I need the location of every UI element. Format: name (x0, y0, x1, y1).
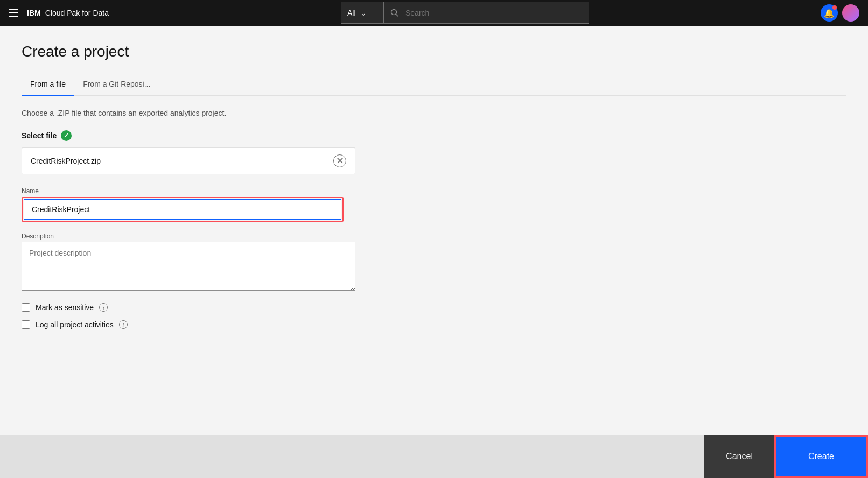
chevron-down-icon: ⌄ (360, 9, 367, 17)
search-wrapper: All ⌄ (341, 2, 589, 24)
page-title: Create a project (22, 43, 846, 60)
mark-sensitive-info-icon[interactable]: i (99, 303, 108, 312)
brand-ibm: IBM (27, 9, 41, 17)
log-activities-checkbox[interactable] (22, 320, 30, 329)
mark-sensitive-checkbox[interactable] (22, 303, 30, 312)
tab-from-file[interactable]: From a file (22, 73, 74, 96)
name-field-group: Name (22, 187, 355, 222)
brand-name: Cloud Pak for Data (45, 9, 109, 17)
top-navigation: IBM Cloud Pak for Data All ⌄ 🔔 (0, 0, 868, 26)
mark-sensitive-label[interactable]: Mark as sensitive (36, 303, 94, 312)
search-input[interactable] (405, 9, 513, 17)
selected-file-name: CreditRiskProject.zip (31, 157, 101, 165)
clear-file-icon[interactable]: ✕ (333, 154, 346, 167)
nav-right-actions: 🔔 (821, 4, 859, 22)
description-textarea[interactable] (22, 242, 355, 291)
tab-from-git[interactable]: From a Git Reposi... (74, 73, 159, 96)
search-icon (384, 9, 405, 17)
name-input-highlight (22, 197, 344, 222)
brand-logo: IBM Cloud Pak for Data (27, 9, 109, 17)
file-input-box: CreditRiskProject.zip ✕ (22, 147, 355, 174)
notification-badge (832, 5, 837, 10)
log-activities-row: Log all project activities i (22, 320, 846, 329)
form-description: Choose a .ZIP file that contains an expo… (22, 109, 846, 117)
menu-icon[interactable] (9, 9, 18, 17)
dropdown-label: All (347, 9, 356, 17)
description-label: Description (22, 233, 355, 240)
file-selected-checkmark: ✓ (61, 130, 72, 141)
name-label: Name (22, 187, 355, 195)
mark-sensitive-row: Mark as sensitive i (22, 303, 846, 312)
description-field-group: Description (22, 233, 355, 292)
main-content: Create a project From a file From a Git … (0, 26, 868, 435)
user-avatar[interactable] (842, 4, 859, 22)
search-area: All ⌄ (117, 2, 812, 24)
name-input[interactable] (24, 199, 341, 220)
select-file-section: Select file ✓ (22, 130, 846, 141)
tab-bar: From a file From a Git Reposi... (22, 73, 846, 96)
search-category-dropdown[interactable]: All ⌄ (341, 2, 384, 23)
log-activities-info-icon[interactable]: i (119, 320, 128, 329)
log-activities-label[interactable]: Log all project activities (36, 320, 114, 329)
select-file-label-text: Select file (22, 131, 57, 140)
notifications-icon[interactable]: 🔔 (821, 4, 838, 22)
svg-line-1 (396, 14, 398, 16)
